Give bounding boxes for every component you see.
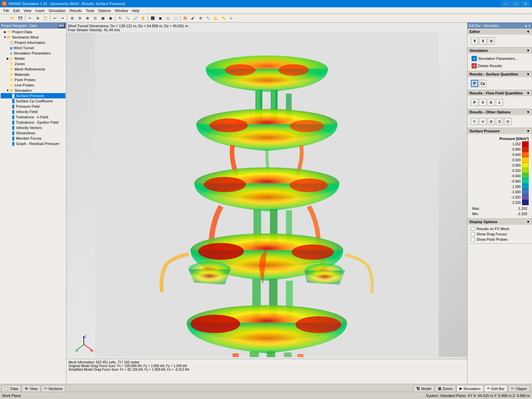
tb-rotate[interactable]: ↻ xyxy=(116,15,124,22)
tb-4[interactable]: ⊡ xyxy=(91,15,99,22)
tab-clipper[interactable]: ✂ Clipper xyxy=(508,385,530,392)
tree-project-data[interactable]: ▶ 📁 Project Data xyxy=(1,29,66,35)
tree-velocity-vectors[interactable]: ▊ Velocity Vectors xyxy=(1,125,66,130)
tb-2[interactable]: ⊟ xyxy=(76,15,83,22)
point-probes-checkbox[interactable] xyxy=(471,237,475,241)
pressure-btn[interactable]: P xyxy=(471,80,478,87)
fv-mesh-checkbox[interactable] xyxy=(471,227,475,231)
surface-quantities-header[interactable]: Results - Surface Quantities ▼ xyxy=(467,71,532,77)
other-opt-4[interactable]: ☰ xyxy=(496,118,503,125)
editor-btn-grid[interactable]: ⊞ xyxy=(487,37,495,45)
tab-simulation[interactable]: ▶ Simulation xyxy=(457,385,483,392)
tb-undo[interactable]: ↩ xyxy=(51,15,59,22)
menu-window[interactable]: Window xyxy=(113,7,130,14)
tab-sections[interactable]: ✂ Sections xyxy=(41,385,66,392)
tb-save[interactable]: 💾 xyxy=(17,15,24,22)
tab-zones[interactable]: ▦ Zones xyxy=(435,385,456,392)
tb-zoom-in[interactable]: 🔍 xyxy=(124,15,131,22)
tab-data[interactable]: 📋 Data xyxy=(1,385,21,392)
menu-options[interactable]: Options xyxy=(96,7,113,14)
simulation-section-header[interactable]: Simulation ▼ xyxy=(467,48,532,54)
other-options-header[interactable]: Results - Other Options ▼ xyxy=(467,109,532,115)
tb-14[interactable]: 🔧 xyxy=(204,15,212,22)
tb-new[interactable]: 📄 xyxy=(1,15,9,22)
flow-p-btn[interactable]: P xyxy=(471,99,478,106)
tb-paste[interactable]: 📋 xyxy=(42,15,49,22)
other-opt-5[interactable]: ⊟ xyxy=(504,118,511,125)
other-opt-1[interactable]: ↻ xyxy=(471,118,478,125)
tb-12[interactable]: 🖌 xyxy=(189,15,197,22)
tree-semiramis[interactable]: ▼ 📂 Semiramis Wind xyxy=(1,35,66,40)
minimize-button[interactable]: ─ xyxy=(501,1,510,7)
tb-10[interactable]: ⬜ xyxy=(172,15,179,22)
tree-surface-cp[interactable]: ▊ Surface Cp Coefficient xyxy=(1,98,66,104)
tree-velocity-field[interactable]: ▊ Velocity Field xyxy=(1,109,66,114)
flow-field-header[interactable]: Results - Flow Field Quantities ▼ xyxy=(467,90,532,96)
menu-simulation[interactable]: Simulation xyxy=(47,7,67,14)
display-options-header[interactable]: Display Options ▼ xyxy=(467,219,532,225)
other-opt-2[interactable]: ≋ xyxy=(479,118,486,125)
tb-6[interactable]: ▣ xyxy=(107,15,114,22)
left-panel-collapse[interactable]: ◄✕ xyxy=(58,23,65,28)
tree-zones[interactable]: 📁 Zones xyxy=(1,61,66,66)
menu-view[interactable]: View xyxy=(22,7,34,14)
tree-point-probes[interactable]: 📁 Point Probes xyxy=(1,77,66,82)
flow-k-btn[interactable]: K xyxy=(487,99,495,106)
tree-line-probes[interactable]: 📁 Line Probes xyxy=(1,82,66,88)
menu-edit[interactable]: Edit xyxy=(11,7,22,14)
tree-project-info[interactable]: 📋 Project Information xyxy=(1,40,66,45)
close-button[interactable]: ✕ xyxy=(521,1,530,7)
tree-wind-tunnel[interactable]: ▦ Wind Tunnel xyxy=(1,45,66,51)
tree-sim-params[interactable]: ⚙ Simulation Parameters xyxy=(1,51,66,56)
tb-9[interactable]: ◻ xyxy=(164,15,172,22)
tree-turbulence-e[interactable]: ▊ Turbulence - Epsilon Field xyxy=(1,120,66,125)
viewport[interactable]: Wind Tunnel Dimensions: Dx = 138.121 m, … xyxy=(66,23,467,384)
restore-button[interactable]: □ xyxy=(511,1,520,7)
cp-btn[interactable]: Cp xyxy=(479,80,486,87)
editor-btn-up[interactable]: ⬆ xyxy=(471,37,478,45)
tree-surface-pressure[interactable]: ▊ Surface Pressure xyxy=(1,93,66,98)
tb-cut[interactable]: ✂ xyxy=(26,15,34,22)
other-opt-3[interactable]: ⊞ xyxy=(487,118,495,125)
tree-pressure-field[interactable]: ▊ Pressure Field xyxy=(1,104,66,109)
tree-streamlines[interactable]: ▊ Streamlines xyxy=(1,130,66,136)
tb-15[interactable]: 📐 xyxy=(212,15,219,22)
menu-tools[interactable]: Tools xyxy=(84,7,96,14)
tb-11[interactable]: 🎨 xyxy=(182,15,189,22)
model-3d[interactable] xyxy=(66,33,467,357)
tb-pan[interactable]: ✋ xyxy=(139,15,147,22)
editor-btn-down[interactable]: ⬇ xyxy=(479,37,486,45)
tree-materials[interactable]: 📁 Materials xyxy=(1,72,66,77)
tree-simulation-folder[interactable]: ▼ 📂 Simulation xyxy=(1,88,66,93)
delete-results-btn[interactable]: ✕ Delete Results xyxy=(469,62,530,69)
tb-5[interactable]: ▦ xyxy=(99,15,106,22)
tb-16[interactable]: 📏 xyxy=(220,15,227,22)
sim-params-btn[interactable]: ⚙ Simulation Parameters... xyxy=(469,55,530,62)
tree-graph-residual[interactable]: ▊ Graph - Residual Pressure xyxy=(1,141,66,146)
menu-insert[interactable]: Insert xyxy=(33,7,47,14)
menu-results[interactable]: Results xyxy=(67,7,84,14)
flow-e-btn[interactable]: ε xyxy=(496,99,503,106)
tb-3[interactable]: ⊠ xyxy=(84,15,91,22)
tree-mesh-refinements[interactable]: 📁 Mesh Refinements xyxy=(1,66,66,72)
tree-member-forces[interactable]: ▊ Member Forces xyxy=(1,136,66,141)
tab-model[interactable]: 🏗 Model xyxy=(413,385,434,392)
tree-model[interactable]: ▶ 📁 Model xyxy=(1,56,66,61)
tab-view[interactable]: 👁 View xyxy=(22,385,41,392)
tb-open[interactable]: 📂 xyxy=(9,15,16,22)
tb-redo[interactable]: ↪ xyxy=(59,15,66,22)
tb-1[interactable]: ⊞ xyxy=(68,15,76,22)
tb-13[interactable]: ⚙ xyxy=(197,15,204,22)
editor-section-header[interactable]: Editor ▼ xyxy=(467,29,532,35)
menu-help[interactable]: Help xyxy=(130,7,142,14)
drag-forces-checkbox[interactable] xyxy=(471,232,475,236)
surface-pressure-header[interactable]: Surface Pressure ▼ xyxy=(467,128,532,134)
menu-file[interactable]: File xyxy=(1,7,11,14)
tab-edit-bar[interactable]: ✏ Edit Bar xyxy=(484,385,507,392)
tb-copy[interactable]: ⧉ xyxy=(34,15,41,22)
flow-v-btn[interactable]: V xyxy=(479,99,486,106)
tree-turbulence-k[interactable]: ▊ Turbulence - k Field xyxy=(1,114,66,120)
tb-17[interactable]: ⊹ xyxy=(227,15,235,22)
tb-8[interactable]: ◼ xyxy=(157,15,164,22)
tb-zoom-out[interactable]: 🔎 xyxy=(132,15,139,22)
